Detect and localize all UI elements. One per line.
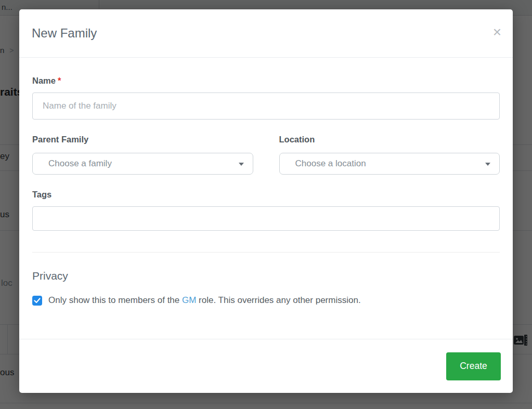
chevron-down-icon <box>239 163 244 166</box>
location-field: Location Choose a location <box>279 134 500 175</box>
chevron-down-icon <box>485 163 490 166</box>
tags-field: Tags <box>32 189 500 231</box>
divider <box>32 252 500 253</box>
privacy-heading: Privacy <box>32 270 500 282</box>
parent-family-placeholder: Choose a family <box>48 159 112 169</box>
name-input[interactable] <box>32 93 500 120</box>
required-asterisk: * <box>58 76 61 85</box>
tags-label: Tags <box>32 189 500 200</box>
name-label: Name* <box>32 75 500 86</box>
modal-body: Name* Parent Family Choose a family Loca… <box>19 58 513 339</box>
new-family-modal: New Family × Name* Parent Family Choose … <box>19 9 513 393</box>
privacy-text-before: Only show this to members of the <box>48 295 182 305</box>
tags-input[interactable] <box>32 206 500 231</box>
name-label-text: Name <box>32 76 56 85</box>
location-select[interactable]: Choose a location <box>279 153 500 175</box>
privacy-checkbox-row: Only show this to members of the GM role… <box>32 295 500 306</box>
privacy-text-after: role. This overrides any other permissio… <box>196 295 360 305</box>
modal-footer: Create <box>19 339 513 393</box>
location-label: Location <box>279 134 500 144</box>
modal-title: New Family <box>32 26 97 41</box>
privacy-checkbox[interactable] <box>32 296 42 306</box>
parent-family-select[interactable]: Choose a family <box>32 153 253 175</box>
parent-family-label: Parent Family <box>32 134 253 144</box>
modal-header: New Family × <box>19 9 513 58</box>
close-icon[interactable]: × <box>493 27 501 37</box>
parent-family-field: Parent Family Choose a family <box>32 134 253 175</box>
location-placeholder: Choose a location <box>295 159 366 169</box>
check-icon <box>34 298 41 304</box>
gm-role-link[interactable]: GM <box>182 295 196 305</box>
create-button[interactable]: Create <box>446 352 501 380</box>
privacy-checkbox-label: Only show this to members of the GM role… <box>48 295 361 306</box>
